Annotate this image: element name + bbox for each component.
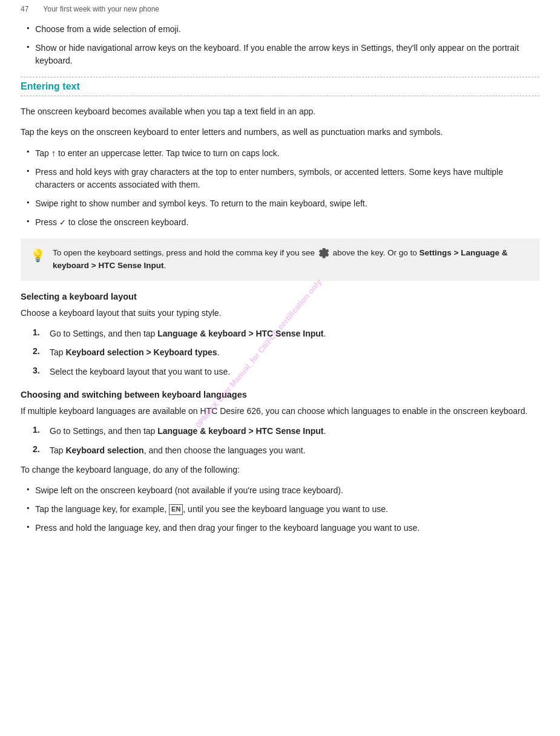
bullet-symbol: ▪	[27, 485, 29, 493]
bullet-swipe-right: ▪ Swipe right to show number and symbol …	[21, 197, 539, 210]
choosing-languages-steps: 1. Go to Settings, and then tap Language…	[21, 425, 539, 457]
bullet-symbol: ▪	[27, 217, 29, 225]
bullet-press-hold: ▪ Press and hold keys with gray characte…	[21, 166, 539, 191]
bullet-text-press-hold-lang: Press and hold the language key, and the…	[35, 522, 420, 534]
choosing-languages-heading: Choosing and switching between keyboard …	[21, 390, 539, 399]
bullet-symbol: ▪	[27, 147, 29, 156]
section-divider-bottom	[21, 96, 539, 96]
step-number: 2.	[33, 444, 50, 454]
bullet-symbol: ▪	[27, 166, 29, 175]
choosing-languages-para: If multiple keyboard languages are avail…	[21, 404, 539, 418]
step-1-choose-lang: 1. Go to Settings, and then tap Language…	[33, 425, 539, 438]
bullet-text-tap-lang-key: Tap the language key, for example, EN, u…	[35, 503, 388, 516]
bullet-tap-lang-key: ▪ Tap the language key, for example, EN,…	[21, 503, 539, 516]
bullet-text-press-check: Press ✓ to close the onscreen keyboard.	[35, 216, 188, 229]
step-text: Go to Settings, and then tap Language & …	[50, 327, 326, 341]
section-para2: Tap the keys on the onscreen keyboard to…	[21, 125, 539, 139]
page-number: 47	[21, 5, 28, 13]
gear-icon	[318, 248, 329, 259]
entering-text-heading: Entering text	[21, 81, 539, 92]
section-para1: The onscreen keyboard becomes available …	[21, 105, 539, 118]
selecting-keyboard-heading: Selecting a keyboard layout	[21, 292, 539, 301]
en-badge: EN	[169, 504, 183, 514]
bullet-text-press-hold: Press and hold keys with gray characters…	[35, 166, 539, 191]
header-title: Your first week with your new phone	[43, 5, 159, 13]
bullet-text-swipe-right: Swipe right to show number and symbol ke…	[35, 197, 367, 210]
selecting-keyboard-steps: 1. Go to Settings, and then tap Language…	[21, 327, 539, 379]
tip-box: 💡 To open the keyboard settings, press a…	[21, 238, 539, 281]
bullet-symbol: ▪	[27, 522, 29, 531]
step-number: 1.	[33, 425, 50, 435]
bullet-symbol: ▪	[27, 24, 29, 32]
check-symbol: ✓	[59, 218, 66, 227]
step-2-choose-lang: 2. Tap Keyboard selection, and then choo…	[33, 444, 539, 458]
bullet-symbol: ▪	[27, 504, 29, 512]
bullet-symbol: ▪	[27, 198, 29, 206]
lightbulb-icon: 💡	[30, 248, 45, 263]
bullet-item: ▪ Choose from a wide selection of emoji.	[21, 23, 539, 36]
step-bold: Keyboard selection	[65, 445, 143, 455]
bullet-tap-uppercase: ▪ Tap ↑ to enter an uppercase letter. Ta…	[21, 146, 539, 160]
page-header: 47 Your first week with your new phone	[21, 5, 539, 13]
bullet-text-tap-uppercase: Tap ↑ to enter an uppercase letter. Tap …	[35, 146, 279, 160]
step-1-select-keyboard: 1. Go to Settings, and then tap Language…	[33, 327, 539, 341]
step-3-select-keyboard: 3. Select the keyboard layout that you w…	[33, 366, 539, 379]
step-bold: Language & keyboard > HTC Sense Input	[157, 329, 323, 338]
bullet-press-hold-lang: ▪ Press and hold the language key, and t…	[21, 522, 539, 534]
tip-text: To open the keyboard settings, press and…	[53, 247, 530, 272]
tip-settings-path: Settings > Language & keyboard > HTC Sen…	[53, 248, 508, 270]
up-arrow-icon: ↑	[51, 148, 56, 158]
step-text: Go to Settings, and then tap Language & …	[50, 425, 326, 438]
bullet-swipe-left-lang: ▪ Swipe left on the onscreen keyboard (n…	[21, 484, 539, 497]
step-text: Tap Keyboard selection, and then choose …	[50, 444, 306, 458]
selecting-keyboard-para: Choose a keyboard layout that suits your…	[21, 306, 539, 320]
step-2-select-keyboard: 2. Tap Keyboard selection > Keyboard typ…	[33, 346, 539, 360]
choosing-languages-para2: To change the keyboard language, do any …	[21, 463, 539, 476]
bullet-text: Show or hide navigational arrow keys on …	[35, 42, 539, 67]
step-number: 2.	[33, 346, 50, 356]
step-number: 1.	[33, 327, 50, 337]
bullet-text: Choose from a wide selection of emoji.	[35, 23, 180, 36]
bullet-text-swipe-left-lang: Swipe left on the onscreen keyboard (not…	[35, 484, 343, 497]
step-text: Tap Keyboard selection > Keyboard types.	[50, 346, 220, 360]
bullet-symbol: ▪	[27, 42, 29, 51]
section-divider-top	[21, 77, 539, 77]
step-bold: Keyboard selection > Keyboard types	[65, 347, 217, 357]
bullet-item: ▪ Show or hide navigational arrow keys o…	[21, 42, 539, 67]
step-number: 3.	[33, 366, 50, 375]
step-text: Select the keyboard layout that you want…	[50, 366, 230, 379]
bullet-press-check: ▪ Press ✓ to close the onscreen keyboard…	[21, 216, 539, 229]
step-bold: Language & keyboard > HTC Sense Input	[157, 426, 323, 436]
